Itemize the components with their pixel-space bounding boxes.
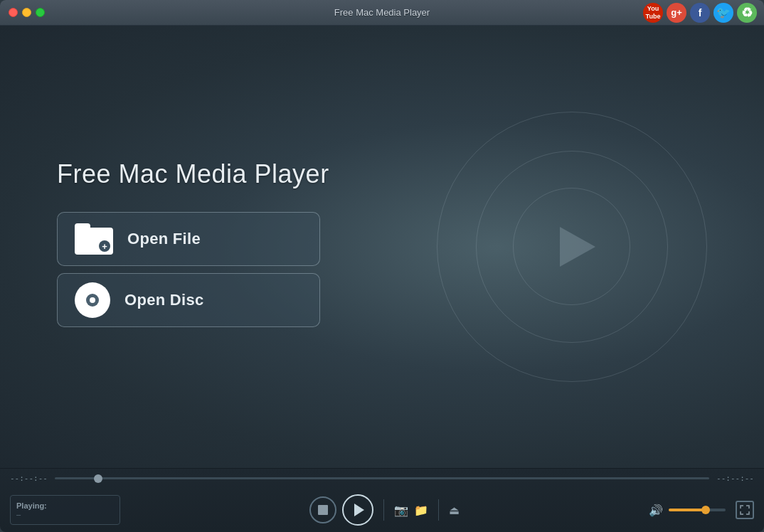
fullscreen-button[interactable]: [736, 501, 754, 519]
youtube-icon[interactable]: YouTube: [643, 3, 663, 23]
volume-track[interactable]: [669, 509, 726, 511]
decorative-circles: [437, 112, 707, 382]
center-controls: 📷 📁 ⏏: [120, 494, 649, 526]
progress-knob[interactable]: [94, 474, 102, 483]
disc-center: [90, 297, 95, 303]
stop-button[interactable]: [309, 496, 336, 523]
folder-icon: +: [75, 223, 113, 255]
googleplus-icon[interactable]: g+: [667, 3, 686, 23]
divider-1: [383, 499, 384, 521]
minimize-button[interactable]: [22, 8, 31, 17]
fullscreen-icon: [740, 505, 750, 515]
bottom-bar: --:--:-- --:--:-- Playing: – 📷 📁: [0, 468, 764, 532]
volume-icon: 🔊: [649, 504, 663, 517]
time-start: --:--:--: [10, 474, 48, 483]
app-title: Free Mac Media Player: [57, 159, 329, 189]
volume-fill: [669, 509, 703, 511]
open-disc-label: Open Disc: [124, 291, 204, 309]
traffic-lights: [9, 8, 45, 17]
time-end: --:--:--: [716, 474, 754, 483]
playing-value: –: [16, 510, 114, 518]
share-icon[interactable]: ♻: [737, 3, 757, 23]
play-icon: [354, 504, 364, 516]
inner-circle: [513, 188, 630, 305]
playing-label: Playing:: [16, 501, 114, 510]
social-icons: YouTube g+ f 🐦 ♻: [643, 3, 757, 23]
progress-track[interactable]: [55, 477, 709, 479]
playing-label-box: Playing: –: [10, 495, 120, 525]
disc-inner: [86, 294, 99, 307]
close-button[interactable]: [9, 8, 18, 17]
volume-knob[interactable]: [701, 506, 710, 514]
controls-row: Playing: – 📷 📁 ⏏ 🔊: [0, 489, 764, 532]
open-file-label: Open File: [127, 230, 201, 248]
left-panel: Free Mac Media Player + Open File Open D…: [0, 159, 329, 334]
right-controls: 🔊: [649, 501, 754, 519]
disc-icon: [75, 282, 110, 318]
divider-2: [438, 499, 439, 521]
play-icon-decorative: [560, 227, 595, 267]
folder-small-icon[interactable]: 📁: [414, 504, 428, 517]
folder-body: +: [75, 228, 113, 255]
window-title: Free Mac Media Player: [334, 7, 430, 18]
open-file-button[interactable]: + Open File: [57, 212, 320, 266]
play-button[interactable]: [342, 494, 373, 526]
camera-icon[interactable]: 📷: [394, 504, 408, 517]
maximize-button[interactable]: [36, 8, 45, 17]
stop-icon: [318, 505, 328, 515]
progress-bar-row: --:--:-- --:--:--: [0, 469, 764, 489]
open-disc-button[interactable]: Open Disc: [57, 273, 320, 327]
eject-icon[interactable]: ⏏: [449, 504, 460, 517]
facebook-icon[interactable]: f: [690, 3, 710, 23]
title-bar: Free Mac Media Player YouTube g+ f 🐦 ♻: [0, 0, 764, 26]
folder-plus-icon: +: [99, 240, 110, 252]
main-content: Free Mac Media Player + Open File Open D…: [0, 26, 764, 468]
twitter-icon[interactable]: 🐦: [713, 3, 733, 23]
